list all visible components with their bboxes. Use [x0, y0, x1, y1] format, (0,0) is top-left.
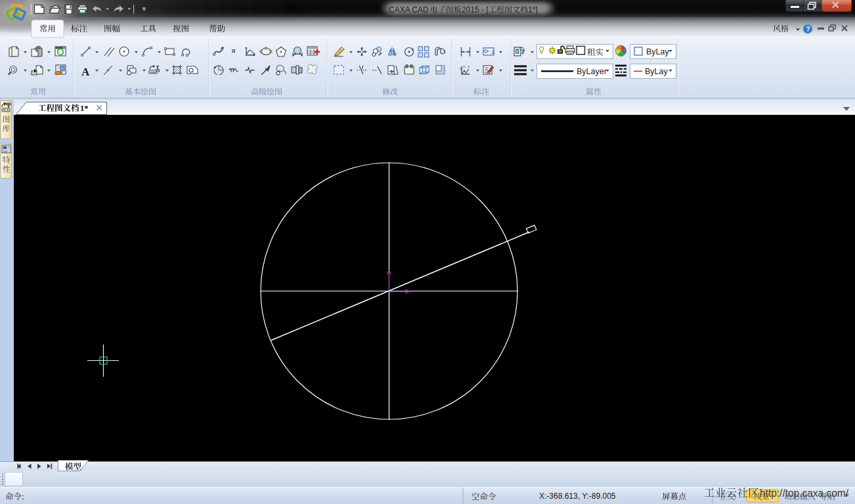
svg-text:x: x	[468, 64, 470, 68]
svg-text:ByLay: ByLay	[645, 67, 668, 76]
svg-text:CAXA CAD: CAXA CAD	[389, 5, 429, 14]
svg-text:http://top.caxa.com/: http://top.caxa.com/	[760, 487, 848, 499]
svg-text:ByLay: ByLay	[646, 47, 669, 56]
svg-text:.1: .1	[490, 49, 494, 55]
svg-text:A: A	[81, 66, 90, 78]
svg-text:1*]: 1*]	[528, 5, 538, 14]
svg-text:y: y	[460, 66, 462, 70]
svg-text:2015 - [: 2015 - [	[462, 5, 489, 14]
svg-text:ByLayer: ByLayer	[577, 67, 607, 76]
svg-text:o: o	[463, 64, 466, 68]
svg-text:X:-368.613, Y:-89.005: X:-368.613, Y:-89.005	[539, 492, 616, 501]
svg-text:1*: 1*	[80, 104, 89, 113]
svg-text:?: ?	[806, 25, 810, 33]
